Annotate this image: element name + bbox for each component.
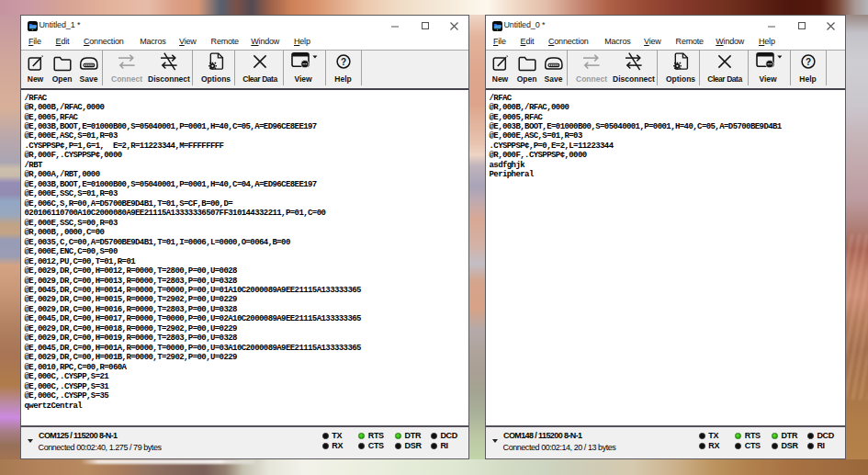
svg-text:?: ? [805, 56, 810, 66]
svg-text:?: ? [340, 56, 345, 66]
